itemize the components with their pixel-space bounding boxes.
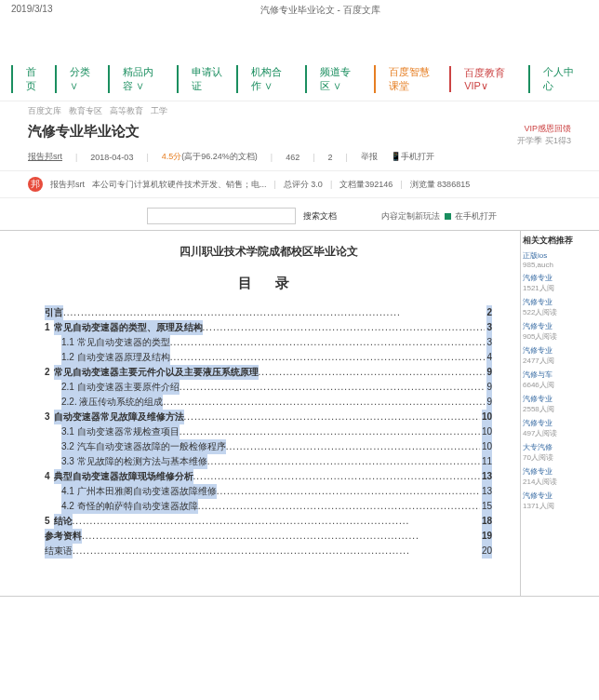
sidebar-item[interactable]: 汽修专业522人阅读	[523, 297, 597, 317]
mobile-open-icon[interactable]: 📱手机打开	[391, 151, 434, 163]
sidebar-link[interactable]: 汽修专业	[523, 491, 552, 500]
nav-item-0[interactable]: 首页	[11, 65, 55, 93]
nav-item-5[interactable]: 频道专区 ∨	[305, 65, 374, 93]
nav-item-1[interactable]: 分类 ∨	[55, 65, 108, 93]
nav-item-3[interactable]: 申请认证	[177, 65, 236, 93]
sidebar-count: 497人阅读	[523, 428, 597, 438]
toc-page: 13	[482, 484, 492, 499]
toc-line[interactable]: 1.1 常见自动变速器的类型..........................…	[45, 335, 492, 350]
breadcrumb-item[interactable]: 高等教育	[110, 106, 143, 115]
sidebar-item[interactable]: 汽修专业214人阅读	[523, 466, 597, 487]
toc-line[interactable]: 1常见自动变速器的类型、原理及结构.......................…	[45, 320, 492, 335]
toc-page: 3	[486, 320, 492, 335]
toc-num: 1	[45, 320, 50, 335]
sidebar-item[interactable]: 汽修专业2477人阅	[523, 345, 597, 366]
sidebar-count: 2558人阅	[523, 404, 597, 414]
sidebar-item[interactable]: 汽修专业1521人阅	[523, 273, 597, 293]
square-icon	[445, 213, 451, 220]
toc-line[interactable]: 3自动变速器常见故障及维修方法.........................…	[45, 410, 492, 424]
search-input[interactable]	[147, 208, 296, 224]
toc-line[interactable]: 结束语.....................................…	[45, 544, 492, 559]
toc-line[interactable]: 4.1 广州本田雅阁自动变速器故障维修.....................…	[45, 484, 492, 499]
uploader-desc: 本公司专门计算机软硬件技术开发、销售；电...	[92, 179, 267, 191]
toc-line[interactable]: 1.2 自动变速器原理及结构..........................…	[45, 350, 492, 365]
toc-line[interactable]: 2.1 自动变速器主要原件介绍.........................…	[45, 380, 492, 395]
toc-text: 3.3 常见故障的检测方法与基本维修	[61, 454, 207, 469]
report-label[interactable]: 举报	[361, 151, 378, 163]
toc-text: 引言	[45, 305, 63, 320]
nav-item-4[interactable]: 机构合作 ∨	[236, 65, 305, 93]
toc-page: 19	[482, 529, 492, 544]
sidebar-link[interactable]: 汽修专业	[523, 467, 552, 476]
toc-line[interactable]: 3.2 汽车自动变速器故障的一般检修程序....................…	[45, 439, 492, 454]
vip-line1: VIP感恩回馈	[517, 123, 571, 135]
toc-line[interactable]: 3.1 自动变速器常规检查项目.........................…	[45, 424, 492, 439]
toc-dots: ........................................…	[170, 335, 486, 350]
breadcrumb-item[interactable]: 工学	[151, 106, 167, 115]
toc-dots: ........................................…	[259, 365, 486, 380]
toc-line[interactable]: 3.3 常见故障的检测方法与基本维修......................…	[45, 454, 492, 469]
nav-item-6[interactable]: 百度智慧课堂	[374, 65, 450, 93]
toc-line[interactable]: 参考资料....................................…	[45, 529, 492, 544]
toc-page: 18	[482, 514, 492, 529]
toc-dots: ........................................…	[180, 380, 486, 395]
sidebar-item[interactable]: 大专汽修70人阅读	[523, 442, 597, 463]
sidebar-item[interactable]: 汽修与车6646人阅	[523, 370, 597, 390]
sidebar-link[interactable]: 大专汽修	[523, 443, 552, 451]
toc-text: 1.2 自动变速器原理及结构	[61, 350, 170, 365]
sidebar-link[interactable]: 汽修专业	[523, 419, 552, 427]
open-in-phone-link[interactable]: 在手机打开	[455, 211, 497, 221]
toc-num: 5	[45, 514, 50, 529]
toc-line[interactable]: 引言......................................…	[45, 305, 492, 320]
custom-content-link[interactable]: 内容定制新玩法	[381, 211, 440, 221]
sidebar-link[interactable]: 汽修专业	[523, 395, 552, 403]
sidebar-count: 905人阅读	[523, 331, 597, 342]
sidebar-item[interactable]: 汽修专业497人阅读	[523, 418, 597, 438]
sidebar-item[interactable]: 汽修专业2558人阅	[523, 394, 597, 414]
toc-line[interactable]: 5结论.....................................…	[45, 514, 492, 529]
toc-num: 3	[45, 410, 50, 424]
toc-text: 结束语	[45, 544, 73, 559]
sidebar-link[interactable]: 正版ios	[523, 251, 547, 260]
uploader-name[interactable]: 报告邦srt	[50, 179, 85, 191]
toc-text: 自动变速器常见故障及维修方法	[54, 410, 184, 424]
toc-dots: ........................................…	[163, 395, 485, 410]
toc-line[interactable]: 4典型自动变速器故障现场维修分析........................…	[45, 469, 492, 484]
sidebar-link[interactable]: 汽修专业	[523, 322, 552, 330]
toc-page: 20	[482, 544, 492, 559]
toc-page: 2	[486, 305, 492, 320]
toc-text: 2.1 自动变速器主要原件介绍	[61, 380, 180, 395]
nav-item-2[interactable]: 精品内容 ∨	[108, 65, 177, 93]
document-area: 四川职业技术学院成都校区毕业论文 目 录 引言.................…	[0, 231, 521, 596]
author-link[interactable]: 报告邦srt	[28, 151, 62, 163]
meta-count2: 2	[328, 153, 333, 162]
uploader-row: 邦 报告邦srt 本公司专门计算机软硬件技术开发、销售；电... | 总评分 3…	[0, 170, 599, 198]
sidebar-count: 70人阅读	[523, 452, 597, 463]
sidebar-item[interactable]: 汽修专业905人阅读	[523, 321, 597, 342]
toc-page: 11	[482, 454, 492, 469]
toc-dots: ........................................…	[198, 499, 480, 514]
vip-promo[interactable]: VIP感恩回馈 开学季 买1得3	[517, 123, 571, 147]
sidebar-link[interactable]: 汽修专业	[523, 274, 552, 282]
toc-dots: ........................................…	[203, 320, 486, 335]
nav-item-8[interactable]: 个人中心	[528, 65, 588, 93]
sidebar-link[interactable]: 汽修专业	[523, 298, 552, 306]
toc-line[interactable]: 4.2 奇怪的帕萨特自动变速器故障.......................…	[45, 499, 492, 514]
avatar[interactable]: 邦	[28, 177, 43, 192]
sidebar-link[interactable]: 汽修专业	[523, 346, 552, 355]
sidebar-link[interactable]: 汽修与车	[523, 370, 552, 379]
search-button[interactable]: 搜索文档	[303, 210, 337, 222]
toc-page: 3	[486, 335, 492, 350]
toc-page: 13	[482, 469, 492, 484]
main-nav: 首页分类 ∨精品内容 ∨申请认证机构合作 ∨频道专区 ∨百度智慧课堂百度教育VI…	[0, 58, 599, 101]
sidebar-item[interactable]: 汽修专业1371人阅	[523, 491, 597, 511]
header-bar: 2019/3/13 汽修专业毕业论文 - 百度文库	[0, 0, 599, 20]
breadcrumb-item[interactable]: 教育专区	[69, 106, 102, 115]
toc-page: 9	[486, 380, 492, 395]
toc-line[interactable]: 2.2. 液压传动系统的组成..........................…	[45, 395, 492, 410]
breadcrumb-item[interactable]: 百度文库	[28, 106, 61, 115]
nav-item-7[interactable]: 百度教育VIP∨	[449, 66, 527, 92]
toc-line[interactable]: 2常见自动变速器主要元件介以及主要液压系统原理.................…	[45, 365, 492, 380]
toc-text: 1.1 常见自动变速器的类型	[61, 335, 170, 350]
sidebar-item[interactable]: 正版ios985,auch	[523, 250, 597, 269]
